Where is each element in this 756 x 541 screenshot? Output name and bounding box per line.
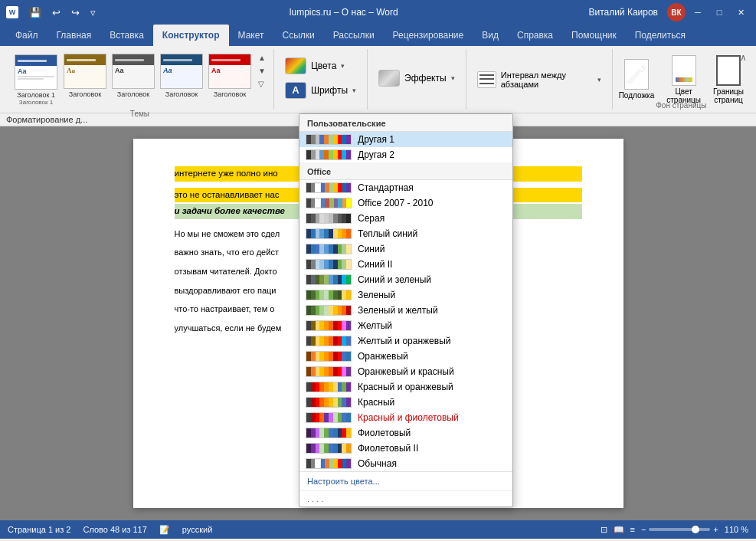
theme-office2007[interactable]: Office 2007 - 2010 xyxy=(299,195,512,211)
theme-gray[interactable]: Серая xyxy=(299,211,512,226)
customize-button[interactable]: ▿ xyxy=(87,5,99,20)
view-icon[interactable]: ≡ xyxy=(630,525,635,534)
layout-icon[interactable]: ⊡ xyxy=(601,525,607,535)
theme-yellow[interactable]: Желтый xyxy=(299,318,512,333)
paragraph-spacing-button[interactable]: Интервал между абзацами ▾ xyxy=(474,68,604,91)
theme-orange[interactable]: Оранжевый xyxy=(299,349,512,364)
colors-button[interactable]: Цвета ▾ xyxy=(282,55,359,77)
tab-layout[interactable]: Макет xyxy=(229,25,273,46)
theme-blue[interactable]: Синий xyxy=(299,241,512,257)
status-page: Страница 1 из 2 xyxy=(8,525,70,534)
close-button[interactable]: ✕ xyxy=(731,3,750,21)
theme-item-2[interactable]: Аа Заголовок xyxy=(62,52,108,100)
tab-insert[interactable]: Вставка xyxy=(100,25,153,46)
undo-button[interactable]: ↩ xyxy=(49,5,64,20)
page-borders-button[interactable]: Границы страниц xyxy=(713,55,744,104)
status-icon: 📝 xyxy=(159,525,170,535)
theme-red-orange[interactable]: Красный и оранжевый xyxy=(299,379,512,395)
theme-red-violet[interactable]: Красный и фиолетовый xyxy=(299,410,512,425)
scroll-up-arrow[interactable]: ▲ xyxy=(257,52,267,64)
theme-label-aa: Заголовок 1 xyxy=(17,91,55,99)
theme-item-4[interactable]: Аа Заголовок xyxy=(159,52,205,100)
tab-view[interactable]: Вид xyxy=(473,25,508,46)
read-icon[interactable]: 📖 xyxy=(614,525,624,535)
theme-blue2[interactable]: Синий II xyxy=(299,257,512,272)
theme-label-2: Заголовок xyxy=(69,90,101,98)
theme-warm-blue[interactable]: Теплый синий xyxy=(299,226,512,241)
theme-red[interactable]: Красный xyxy=(299,395,512,410)
theme-item-5[interactable]: Аа Заголовок xyxy=(207,52,253,100)
tab-share[interactable]: Поделиться xyxy=(626,25,695,46)
colors-chevron: ▾ xyxy=(341,62,345,70)
watermark-button[interactable]: SAMPLE Подложка xyxy=(619,59,655,100)
ribbon: Аа Заголовок 1 Заголовок 1 Аа Заголовок xyxy=(0,46,756,113)
theme-standard[interactable]: Стандартная xyxy=(299,180,512,195)
theme-blue-green[interactable]: Синий и зеленый xyxy=(299,272,512,287)
theme-orange-red[interactable]: Оранжевый и красный xyxy=(299,364,512,379)
minimize-button[interactable]: ─ xyxy=(689,3,707,21)
dropdown-extra: . . . . xyxy=(299,490,512,507)
paragraph-spacing-label: Интервал между абзацами xyxy=(501,70,593,89)
swatch-violet xyxy=(306,428,352,438)
theme-name-green: Зеленый xyxy=(358,290,395,300)
user-avatar[interactable]: ВК xyxy=(667,3,686,21)
tab-mailings[interactable]: Рассылки xyxy=(324,25,384,46)
theme-plain[interactable]: Обычная xyxy=(299,456,512,471)
redo-button[interactable]: ↪ xyxy=(68,5,83,20)
theme-другая-1[interactable]: Другая 1 xyxy=(299,132,512,147)
theme-name-standard: Стандартная xyxy=(358,182,414,193)
office-items-scroll[interactable]: Стандартная Office 2007 - 2010 xyxy=(299,180,512,471)
colors-label: Цвета xyxy=(311,61,336,71)
tab-references[interactable]: Ссылки xyxy=(273,25,323,46)
paragraph-spacing-icon xyxy=(477,71,496,88)
page-color-button[interactable]: Цвет страницы xyxy=(666,55,701,104)
scroll-more-arrow[interactable]: ▽ xyxy=(257,78,267,90)
theme-label-4: Заголовок xyxy=(165,90,198,98)
fonts-chevron: ▾ xyxy=(352,87,356,94)
theme-другая-2[interactable]: Другая 2 xyxy=(299,147,512,162)
ribbon-tabs: Файл Главная Вставка Конструктор Макет С… xyxy=(0,25,756,46)
theme-name-blue: Синий xyxy=(358,244,385,254)
customize-colors-button[interactable]: Настроить цвета... xyxy=(299,471,512,490)
paragraph-spacing-group: Интервал между абзацами ▾ xyxy=(466,49,613,110)
zoom-control: − + xyxy=(641,525,718,534)
title-bar-left: W 💾 ↩ ↪ ▿ xyxy=(6,5,99,20)
effects-button[interactable]: Эффекты ▾ xyxy=(375,67,458,89)
tab-help[interactable]: Справка xyxy=(508,25,562,46)
scroll-down-arrow[interactable]: ▼ xyxy=(257,65,267,77)
theme-name-violet2: Фиолетовый II xyxy=(358,443,418,454)
paragraph-spacing-chevron: ▾ xyxy=(597,76,601,84)
tab-home[interactable]: Главная xyxy=(47,25,101,46)
tab-file[interactable]: Файл xyxy=(6,25,47,46)
theme-name-blue-green: Синий и зеленый xyxy=(358,274,431,285)
swatch-orange-red xyxy=(306,366,352,377)
swatch-green xyxy=(306,290,352,300)
theme-name-yellow: Желтый xyxy=(358,320,392,331)
theme-item-3[interactable]: Аа Заголовок xyxy=(110,52,156,100)
zoom-in-button[interactable]: + xyxy=(713,525,718,534)
fonts-button[interactable]: A Шрифты ▾ xyxy=(282,80,359,101)
title-bar-right: Виталий Каиров ВК ─ □ ✕ xyxy=(588,3,750,21)
save-button[interactable]: 💾 xyxy=(26,5,44,20)
theme-name-orange-red: Оранжевый и красный xyxy=(358,366,454,377)
ribbon-collapse-button[interactable]: ∧ xyxy=(740,52,747,63)
swatch-другая-1 xyxy=(306,134,352,145)
theme-name-plain: Обычная xyxy=(358,458,397,469)
theme-violet[interactable]: Фиолетовый xyxy=(299,425,512,441)
zoom-slider[interactable] xyxy=(649,528,710,531)
zoom-out-button[interactable]: − xyxy=(641,525,646,534)
color-theme-dropdown: Пользовательские Другая 1 xyxy=(299,113,513,507)
tab-design[interactable]: Конструктор xyxy=(153,25,229,46)
effects-chevron: ▾ xyxy=(451,74,455,82)
theme-violet2[interactable]: Фиолетовый II xyxy=(299,441,512,456)
theme-name-warm-blue: Теплый синий xyxy=(358,228,417,239)
maximize-button[interactable]: □ xyxy=(710,3,728,21)
tab-assistant[interactable]: Помощник xyxy=(562,25,626,46)
theme-green-yellow[interactable]: Зеленый и желтый xyxy=(299,303,512,318)
swatch-office2007 xyxy=(306,198,352,208)
theme-green[interactable]: Зеленый xyxy=(299,287,512,303)
theme-item-aa[interactable]: Аа Заголовок 1 Заголовок 1 xyxy=(12,52,60,108)
tab-review[interactable]: Рецензирование xyxy=(384,25,473,46)
theme-yellow-orange[interactable]: Желтый и оранжевый xyxy=(299,333,512,349)
page-background-label: Фон страницы xyxy=(656,101,706,110)
